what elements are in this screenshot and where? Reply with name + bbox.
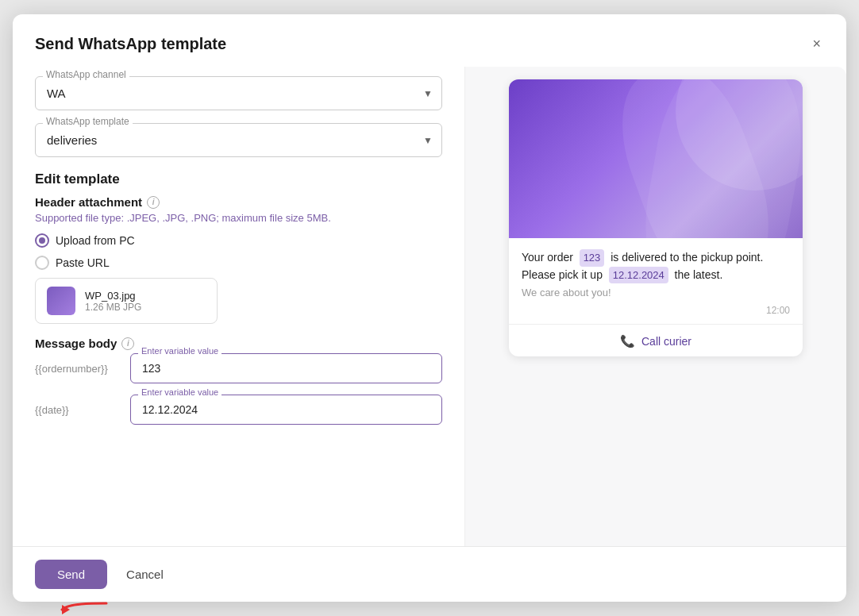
preview-card: Your order 123 is delivered to the picku… [509, 79, 803, 356]
paste-url-label: Paste URL [56, 256, 110, 269]
file-name: WP_03.jpg [85, 290, 141, 302]
whatsapp-channel-field: WhatsApp channel WA ▼ [35, 76, 442, 110]
whatsapp-template-field: WhatsApp template deliveries ▼ [35, 123, 442, 157]
whatsapp-channel-label: WhatsApp channel [43, 69, 129, 80]
file-thumbnail-icon [47, 287, 75, 315]
variable-key-ordernumber: {{ordernumber}} [35, 363, 122, 375]
preview-care-text: We care about you! [522, 287, 790, 298]
date-highlight: 12.12.2024 [609, 267, 668, 284]
variable-row-ordernumber: {{ordernumber}} Enter variable value [35, 353, 442, 383]
variable-input-date[interactable] [130, 395, 442, 425]
cancel-button[interactable]: Cancel [120, 560, 170, 589]
upload-pc-radio[interactable] [35, 233, 49, 248]
file-card: WP_03.jpg 1.26 MB JPG [35, 278, 218, 324]
preview-message-text: Your order 123 is delivered to the picku… [522, 249, 790, 283]
file-hint: Supported file type: .JPEG, .JPG, .PNG; … [35, 212, 442, 224]
message-body-info-icon[interactable]: i [121, 337, 134, 350]
send-whatsapp-dialog: Send WhatsApp template × WhatsApp channe… [13, 14, 846, 602]
order-number-highlight: 123 [580, 249, 605, 267]
variable-row-date: {{date}} Enter variable value [35, 395, 442, 425]
preview-call-action: 📞 Call curier [509, 325, 803, 356]
upload-from-pc-option[interactable]: Upload from PC [35, 233, 442, 248]
close-button[interactable]: × [809, 33, 824, 54]
file-info: WP_03.jpg 1.26 MB JPG [85, 290, 141, 313]
preview-action-label: Call curier [641, 335, 691, 348]
edit-template-section-title: Edit template [35, 171, 442, 187]
upload-options: Upload from PC Paste URL [35, 233, 442, 270]
paste-url-option[interactable]: Paste URL [35, 256, 442, 270]
header-attachment-info-icon[interactable]: i [147, 196, 160, 209]
right-panel: Your order 123 is delivered to the picku… [465, 67, 846, 546]
preview-image [509, 79, 803, 238]
variable-input-label-date: Enter variable value [138, 387, 221, 397]
left-panel: WhatsApp channel WA ▼ WhatsApp template … [13, 67, 465, 546]
phone-icon: 📞 [620, 334, 635, 348]
variable-input-wrap-ordernumber: Enter variable value [130, 353, 442, 383]
dialog-body: WhatsApp channel WA ▼ WhatsApp template … [13, 67, 846, 546]
preview-body: Your order 123 is delivered to the picku… [509, 238, 803, 324]
send-button[interactable]: Send [35, 560, 107, 589]
dialog-header: Send WhatsApp template × [13, 14, 846, 67]
paste-url-radio[interactable] [35, 256, 49, 270]
whatsapp-channel-select[interactable]: WA [35, 76, 442, 110]
variable-input-label-ordernumber: Enter variable value [138, 346, 221, 356]
header-attachment-title: Header attachment i [35, 195, 442, 209]
upload-pc-label: Upload from PC [56, 234, 135, 247]
variable-input-wrap-date: Enter variable value [130, 395, 442, 425]
variable-key-date: {{date}} [35, 404, 122, 416]
arrow-indicator [60, 597, 108, 616]
dialog-footer: Send Cancel [13, 546, 846, 602]
arrow-svg-icon [60, 597, 108, 616]
whatsapp-template-select[interactable]: deliveries [35, 123, 442, 157]
variable-input-ordernumber[interactable] [130, 353, 442, 383]
preview-time: 12:00 [522, 305, 790, 316]
message-body-title: Message body i [35, 337, 442, 350]
file-meta: 1.26 MB JPG [85, 302, 141, 313]
dialog-title: Send WhatsApp template [35, 35, 226, 53]
whatsapp-template-label: WhatsApp template [43, 116, 133, 127]
